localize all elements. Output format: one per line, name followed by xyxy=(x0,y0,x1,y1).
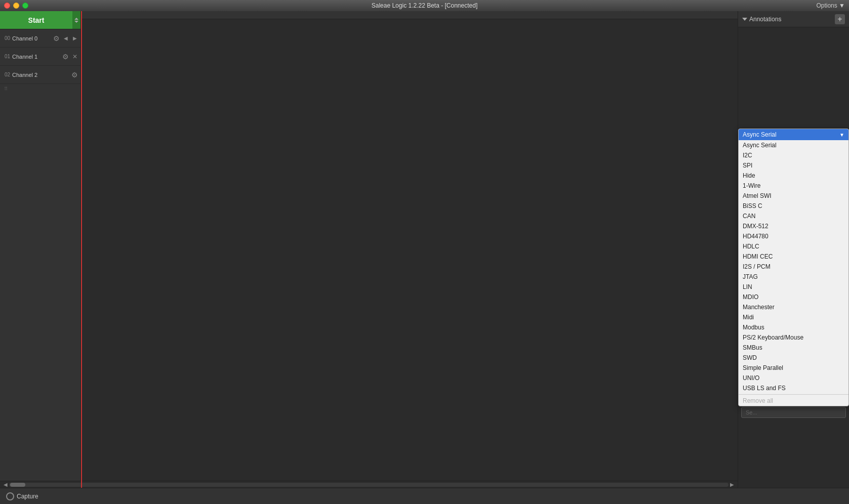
channel-settings-button[interactable]: ⚙ xyxy=(70,71,78,79)
dropdown-item[interactable]: Atmel SWI xyxy=(739,191,848,201)
dropdown-item[interactable]: CAN xyxy=(739,211,848,221)
scroll-left-button[interactable]: ◀ xyxy=(2,481,9,488)
dropdown-item[interactable]: UNI/O xyxy=(739,373,848,383)
dropdown-item[interactable]: I2C xyxy=(739,150,848,160)
waveform-channel-0 xyxy=(81,19,738,37)
channel-row: 01 Channel 1 ⚙ ✕ xyxy=(0,48,80,66)
channel-name: Channel 2 xyxy=(12,72,68,78)
waveform-channel-2 xyxy=(81,56,738,86)
dropdown-arrow-icon: ▼ xyxy=(839,132,844,138)
drag-handle: ⠿ xyxy=(0,84,80,94)
dropdown-item[interactable]: SMBus xyxy=(739,343,848,353)
options-button[interactable]: Options ▼ xyxy=(816,2,845,9)
dropdown-divider xyxy=(739,394,848,395)
right-panel: Annotations + Anal... + Async Serial ▼ A… xyxy=(738,11,849,488)
dropdown-item[interactable]: Manchester xyxy=(739,302,848,312)
analyzer-dropdown-area: Anal... + Async Serial ▼ Async SerialI2C… xyxy=(738,129,849,145)
decoder-search-input[interactable] xyxy=(741,407,846,418)
start-arrow-button[interactable] xyxy=(72,11,80,29)
dropdown-item[interactable]: JTAG xyxy=(739,272,848,282)
channel-prev-button[interactable]: ◀ xyxy=(62,35,69,42)
dropdown-selected-item[interactable]: Async Serial ▼ xyxy=(739,129,848,140)
time-ruler xyxy=(81,11,738,19)
annotations-collapse-button[interactable] xyxy=(742,18,747,21)
protocol-dropdown: Async Serial ▼ Async SerialI2CSPIHide1-W… xyxy=(738,129,849,406)
capture-icon xyxy=(6,492,14,500)
dropdown-item[interactable]: SPI xyxy=(739,160,848,171)
channel-close-button[interactable]: ✕ xyxy=(71,53,78,60)
dropdown-item[interactable]: DMX-512 xyxy=(739,221,848,231)
dropdown-item[interactable]: Simple Parallel xyxy=(739,363,848,373)
dropdown-selected-text: Async Serial xyxy=(743,131,777,138)
dropdown-item[interactable]: MDIO xyxy=(739,292,848,302)
scroll-right-button[interactable]: ▶ xyxy=(729,481,736,488)
dropdown-item[interactable]: Midi xyxy=(739,312,848,322)
dropdown-item[interactable]: BiSS C xyxy=(739,201,848,211)
close-window-button[interactable] xyxy=(4,3,10,9)
annotations-add-button[interactable]: + xyxy=(835,14,845,24)
dropdown-item[interactable]: LIN xyxy=(739,282,848,292)
dropdown-item[interactable]: SWD xyxy=(739,353,848,363)
dropdown-item[interactable]: PS/2 Keyboard/Mouse xyxy=(739,332,848,343)
dropdown-item[interactable]: HDLC xyxy=(739,241,848,251)
channel-number: 02 xyxy=(2,72,10,77)
capture-button[interactable]: Capture xyxy=(6,492,38,500)
dropdown-item[interactable]: 1-Wire xyxy=(739,181,848,191)
channel-name: Channel 0 xyxy=(12,35,50,41)
start-button[interactable]: Start xyxy=(0,11,72,29)
window-title: Saleae Logic 1.2.22 Beta - [Connected] xyxy=(372,2,477,9)
dropdown-item[interactable]: I2S / PCM xyxy=(739,262,848,272)
channel-panel: Start 00 Channel 0 ⚙ ◀ ▶ 01 Channel 1 ⚙ … xyxy=(0,11,81,488)
channel-name: Channel 1 xyxy=(12,54,59,60)
channel-next-button[interactable]: ▶ xyxy=(71,35,78,42)
dropdown-remove-all[interactable]: Remove all xyxy=(739,396,848,406)
start-button-container: Start xyxy=(0,11,80,29)
annotations-content xyxy=(738,27,849,129)
channel-settings-button[interactable]: ⚙ xyxy=(52,34,60,43)
dropdown-item[interactable]: Modbus xyxy=(739,322,848,332)
bottom-bar: Capture xyxy=(0,488,849,504)
waveform-area[interactable] xyxy=(81,11,738,488)
waveform-channel-1 xyxy=(81,37,738,56)
cursor-line xyxy=(81,11,82,488)
annotations-panel-header: Annotations + xyxy=(738,11,849,27)
main-content: Start 00 Channel 0 ⚙ ◀ ▶ 01 Channel 1 ⚙ … xyxy=(0,11,849,488)
window-controls xyxy=(4,3,28,9)
dropdown-list: Async SerialI2CSPIHide1-WireAtmel SWIBiS… xyxy=(739,140,848,393)
horizontal-scrollbar[interactable]: ◀ ▶ xyxy=(0,481,738,488)
dropdown-item[interactable]: USB LS and FS xyxy=(739,383,848,393)
maximize-window-button[interactable] xyxy=(22,3,28,9)
annotations-panel-title: Annotations xyxy=(749,16,833,23)
dropdown-item[interactable]: Hide xyxy=(739,171,848,181)
channel-settings-button[interactable]: ⚙ xyxy=(61,53,69,61)
capture-label: Capture xyxy=(17,493,38,500)
channel-number: 01 xyxy=(2,54,10,59)
scrollbar-thumb[interactable] xyxy=(10,483,25,487)
minimize-window-button[interactable] xyxy=(13,3,19,9)
dropdown-item[interactable]: Async Serial xyxy=(739,140,848,150)
channel-number: 00 xyxy=(2,35,10,41)
titlebar: Saleae Logic 1.2.22 Beta - [Connected] O… xyxy=(0,0,849,11)
dropdown-item[interactable]: HD44780 xyxy=(739,231,848,241)
dropdown-item[interactable]: HDMI CEC xyxy=(739,251,848,262)
channel-row: 02 Channel 2 ⚙ xyxy=(0,66,80,84)
channel-row: 00 Channel 0 ⚙ ◀ ▶ xyxy=(0,29,80,48)
scrollbar-track xyxy=(9,483,729,487)
